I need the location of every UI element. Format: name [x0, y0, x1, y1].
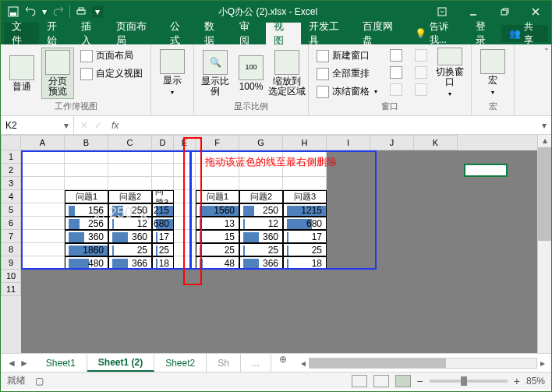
- cell[interactable]: [327, 217, 370, 230]
- col-header-K[interactable]: K: [414, 135, 458, 150]
- formula-bar[interactable]: [122, 116, 537, 134]
- col-header-J[interactable]: J: [370, 135, 414, 150]
- cell[interactable]: [174, 203, 196, 217]
- cell[interactable]: [21, 203, 65, 217]
- cell[interactable]: 17: [152, 230, 174, 243]
- row-header-9[interactable]: 9: [1, 256, 21, 270]
- cell[interactable]: 13: [196, 217, 239, 230]
- cell[interactable]: [327, 283, 370, 296]
- cell[interactable]: 问题1: [196, 190, 239, 203]
- cell[interactable]: 18: [283, 256, 327, 270]
- cell[interactable]: [414, 150, 458, 164]
- tab-data[interactable]: 数据: [196, 23, 232, 44]
- tab-home[interactable]: 开始: [39, 23, 74, 44]
- cell[interactable]: [174, 190, 196, 203]
- cell[interactable]: [174, 164, 196, 177]
- cell[interactable]: [370, 217, 414, 230]
- hide-button[interactable]: [387, 65, 405, 80]
- cell[interactable]: [370, 243, 414, 256]
- vertical-scrollbar[interactable]: ▴: [537, 135, 551, 353]
- cell[interactable]: [21, 217, 65, 230]
- cell[interactable]: 680: [283, 217, 327, 230]
- formula-expand-icon[interactable]: ▾: [537, 120, 551, 131]
- normal-view-button[interactable]: 普通: [5, 48, 38, 99]
- cell[interactable]: 360: [108, 230, 152, 243]
- cell[interactable]: 问题1: [65, 190, 108, 203]
- sheet-tab-1[interactable]: Sheet1: [35, 354, 87, 372]
- col-header-B[interactable]: B: [65, 135, 108, 150]
- cell[interactable]: 15: [196, 230, 239, 243]
- col-header-H[interactable]: H: [283, 135, 327, 150]
- zoom-in-button[interactable]: +: [514, 375, 520, 387]
- undo-dropdown-icon[interactable]: ▾: [41, 5, 48, 18]
- zoom-slider[interactable]: [430, 380, 508, 383]
- cell[interactable]: [327, 177, 370, 190]
- cell[interactable]: [21, 190, 65, 203]
- cell[interactable]: [414, 256, 458, 270]
- active-cell[interactable]: [464, 164, 508, 177]
- sheet-tab-more[interactable]: ...: [241, 354, 271, 372]
- cell[interactable]: [414, 283, 458, 296]
- cell[interactable]: [327, 270, 370, 283]
- redo-icon[interactable]: [52, 5, 65, 18]
- tab-developer[interactable]: 开发工具: [301, 23, 355, 44]
- unhide-button[interactable]: [387, 82, 405, 97]
- share-button[interactable]: 👥共享: [501, 25, 548, 42]
- row-header-5[interactable]: 5: [1, 203, 21, 217]
- cell[interactable]: [327, 256, 370, 270]
- cell[interactable]: [414, 230, 458, 243]
- row-header-10[interactable]: 10: [1, 270, 21, 283]
- cell[interactable]: [65, 283, 108, 296]
- cell[interactable]: [239, 177, 283, 190]
- undo-icon[interactable]: [24, 5, 37, 18]
- collapse-ribbon-button[interactable]: ˇ: [542, 44, 551, 115]
- cell[interactable]: [196, 270, 239, 283]
- tab-insert[interactable]: 插入: [73, 23, 108, 44]
- custom-view-button[interactable]: 自定义视图: [77, 65, 146, 82]
- col-header-F[interactable]: F: [196, 135, 239, 150]
- cell[interactable]: 48: [196, 256, 239, 270]
- cell[interactable]: [174, 283, 196, 296]
- sheet-tab-2[interactable]: Sheet1 (2): [87, 354, 154, 372]
- freeze-panes-button[interactable]: 冻结窗格▾: [313, 83, 380, 100]
- row-header-6[interactable]: 6: [1, 217, 21, 230]
- cell[interactable]: [152, 283, 174, 296]
- new-window-button[interactable]: 新建窗口: [313, 48, 380, 64]
- cell[interactable]: 25: [152, 243, 174, 256]
- hscroll-right-icon[interactable]: ▸: [540, 358, 545, 369]
- show-button[interactable]: 显示▾: [156, 48, 189, 99]
- cell[interactable]: [21, 164, 65, 177]
- cell[interactable]: [239, 270, 283, 283]
- cell[interactable]: [174, 243, 196, 256]
- cell[interactable]: 360: [65, 230, 108, 243]
- cell[interactable]: [414, 190, 458, 203]
- cell[interactable]: 18: [152, 256, 174, 270]
- cell[interactable]: [65, 177, 108, 190]
- cell[interactable]: 25: [108, 243, 152, 256]
- cell[interactable]: [174, 270, 196, 283]
- cell[interactable]: [370, 230, 414, 243]
- cell[interactable]: [108, 270, 152, 283]
- page-layout-button[interactable]: 页面布局: [77, 48, 146, 64]
- tab-layout[interactable]: 页面布局: [108, 23, 162, 44]
- cell[interactable]: [21, 150, 65, 164]
- row-header-1[interactable]: 1: [1, 150, 21, 164]
- cell[interactable]: [174, 230, 196, 243]
- cell[interactable]: [370, 164, 414, 177]
- cell[interactable]: [21, 283, 65, 296]
- view-side-button[interactable]: [412, 48, 430, 63]
- cell[interactable]: [152, 164, 174, 177]
- cell[interactable]: 问题2: [108, 190, 152, 203]
- tab-baidu[interactable]: 百度网盘: [355, 23, 409, 44]
- cell[interactable]: 17: [283, 230, 327, 243]
- tab-formulas[interactable]: 公式: [162, 23, 197, 44]
- page-layout-status-button[interactable]: [373, 375, 389, 387]
- macro-record-icon[interactable]: ▢: [35, 376, 44, 387]
- cell[interactable]: [414, 164, 458, 177]
- cell[interactable]: 256: [65, 217, 108, 230]
- print-icon[interactable]: [75, 5, 87, 18]
- cell[interactable]: [108, 150, 152, 164]
- cell[interactable]: [108, 283, 152, 296]
- cell[interactable]: [370, 190, 414, 203]
- add-sheet-button[interactable]: ⊕: [271, 354, 295, 372]
